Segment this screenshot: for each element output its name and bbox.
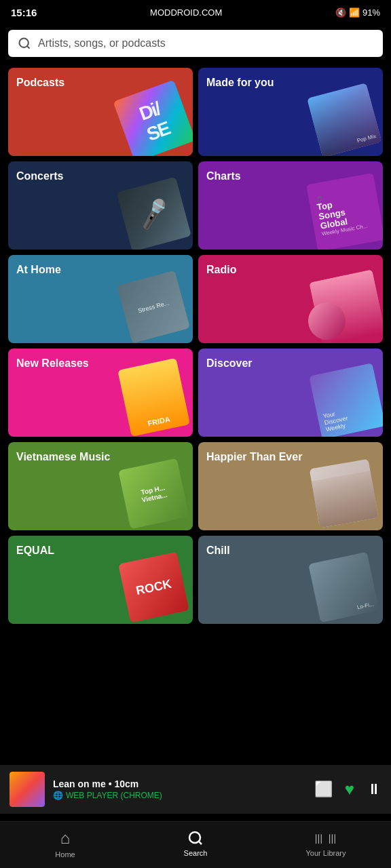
category-concerts[interactable]: Concerts 🎤 (8, 161, 193, 250)
category-made-for-you-label: Made for you (206, 76, 274, 89)
nav-library-label: Your Library (306, 849, 346, 857)
battery-text: 91% (362, 7, 380, 18)
category-new-releases-label: New Releases (16, 357, 89, 370)
category-podcasts[interactable]: Podcasts Di/SE (8, 68, 193, 156)
search-placeholder: Artists, songs, or podcasts (38, 37, 166, 50)
category-charts[interactable]: Charts 🎵 TopSongsGlobal Weekly Music Ch.… (198, 161, 383, 250)
svg-line-1 (27, 46, 30, 49)
library-icon: ⫼⫼ (312, 831, 339, 846)
category-at-home-label: At Home (16, 263, 61, 276)
web-player-icon: 🌐 (53, 791, 63, 800)
now-playing-bar[interactable]: Lean on me • 10cm 🌐 WEB PLAYER (CHROME) … (0, 765, 391, 814)
now-playing-thumbnail (10, 772, 45, 807)
now-playing-controls: ⬜ ♥ ⏸ (314, 780, 381, 799)
category-vietnamese-label: Vietnamese Music (16, 450, 110, 463)
category-podcasts-label: Podcasts (16, 76, 64, 89)
svg-line-3 (199, 842, 202, 844)
svg-point-2 (189, 832, 200, 843)
discover-artwork: YourDiscoverWeekly (309, 363, 383, 437)
now-playing-source: 🌐 WEB PLAYER (CHROME) (53, 791, 306, 800)
category-chill[interactable]: Chill Lo-Fi... (198, 536, 383, 624)
category-radio-label: Radio (206, 263, 236, 276)
category-new-releases[interactable]: New Releases FRIDA (8, 349, 193, 437)
nav-search-label: Search (184, 849, 208, 857)
status-right: 🔇 📶 91% (335, 7, 380, 18)
screen-cast-icon[interactable]: ⬜ (314, 781, 333, 798)
category-discover-label: Discover (206, 357, 253, 370)
category-concerts-label: Concerts (16, 170, 63, 182)
bottom-nav: ⌂ Home Search ⫼⫼ Your Library (0, 821, 391, 868)
category-at-home[interactable]: At Home Stress Re... (8, 255, 193, 343)
category-grid: Podcasts Di/SE Made for you Pop Mix Conc… (0, 62, 391, 624)
search-bar[interactable]: Artists, songs, or podcasts (8, 30, 383, 57)
category-discover[interactable]: Discover YourDiscoverWeekly (198, 349, 383, 437)
category-charts-label: Charts (206, 170, 241, 182)
svg-point-0 (20, 39, 29, 47)
nav-home-label: Home (55, 850, 75, 859)
charts-artwork: 🎵 TopSongsGlobal Weekly Music Ch... (306, 173, 383, 250)
status-center: MODDROID.COM (150, 7, 222, 18)
search-nav-icon (187, 830, 204, 846)
category-vietnamese[interactable]: Vietnamese Music Top H...Vietna... (8, 442, 193, 530)
pause-button[interactable]: ⏸ (367, 781, 381, 798)
category-equal[interactable]: EQUAL ROCK (8, 536, 193, 624)
now-playing-title: Lean on me • 10cm (53, 778, 306, 789)
category-chill-label: Chill (206, 544, 230, 557)
home-icon: ⌂ (60, 829, 71, 848)
status-bar: 15:16 MODDROID.COM 🔇 📶 91% (0, 0, 391, 24)
wifi-icon: 📶 (349, 7, 360, 18)
like-button[interactable]: ♥ (345, 780, 354, 799)
nav-home[interactable]: ⌂ Home (0, 829, 130, 859)
mute-icon: 🔇 (335, 7, 346, 18)
category-happier[interactable]: Happier Than Ever (198, 442, 383, 530)
nav-library[interactable]: ⫼⫼ Your Library (261, 831, 391, 857)
search-icon (18, 37, 31, 50)
category-radio[interactable]: Radio (198, 255, 383, 343)
category-happier-label: Happier Than Ever (206, 450, 302, 463)
status-time: 15:16 (11, 7, 37, 18)
nav-search[interactable]: Search (130, 830, 261, 857)
now-playing-info: Lean on me • 10cm 🌐 WEB PLAYER (CHROME) (53, 778, 306, 800)
category-made-for-you[interactable]: Made for you Pop Mix (198, 68, 383, 156)
category-equal-label: EQUAL (16, 544, 54, 557)
